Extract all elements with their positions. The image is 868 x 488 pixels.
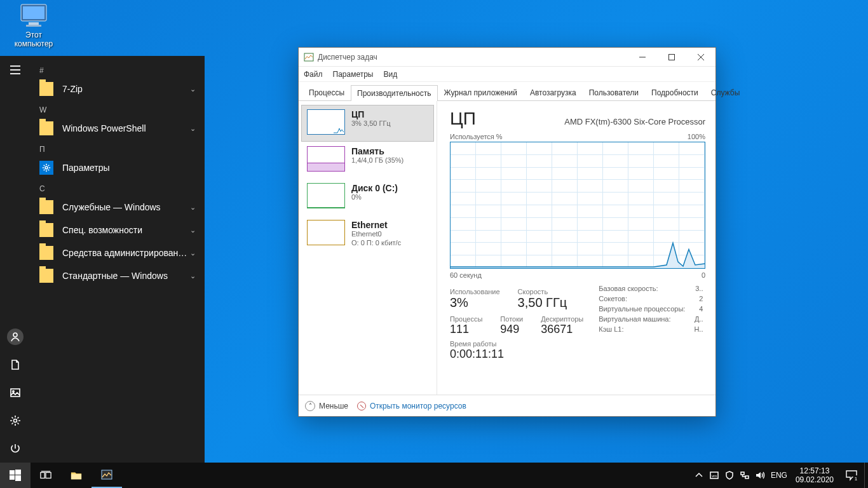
task-manager-window: Диспетчер задач Файл Параметры Вид Проце… xyxy=(298,47,716,417)
close-button[interactable] xyxy=(686,48,715,67)
start-button[interactable] xyxy=(0,463,31,488)
tray-date: 09.02.2020 xyxy=(796,475,834,484)
menu-file[interactable]: Файл xyxy=(304,70,323,79)
folder-icon xyxy=(39,121,53,135)
cpu-details-table: Базовая скорость:3..Сокетов:2Виртуальные… xyxy=(597,283,704,335)
start-hamburger-button[interactable] xyxy=(0,56,31,84)
tray-chevron-up-icon[interactable] xyxy=(691,463,707,488)
tab-2[interactable]: Журнал приложений xyxy=(438,85,524,100)
threads-value: 949 xyxy=(500,323,523,336)
fewer-details-button[interactable]: ˄ Меньше xyxy=(305,401,348,411)
svg-rect-18 xyxy=(15,470,21,475)
resource-monitor-icon xyxy=(357,402,366,410)
svg-rect-12 xyxy=(304,53,313,61)
folder-icon xyxy=(39,269,53,283)
menu-view[interactable]: Вид xyxy=(383,70,397,79)
start-app-item[interactable]: Стандартные — Windows⌄ xyxy=(31,264,205,287)
start-app-item[interactable]: Средства администрирования...⌄ xyxy=(31,241,205,264)
show-desktop-button[interactable] xyxy=(864,463,868,488)
perf-card-mem[interactable]: Память1,4/4,0 ГБ (35%) xyxy=(301,142,434,179)
start-account-button[interactable] xyxy=(0,323,31,351)
task-manager-footer: ˄ Меньше Открыть монитор ресурсов xyxy=(299,395,715,416)
taskbar-file-explorer[interactable] xyxy=(61,463,92,488)
svg-rect-14 xyxy=(669,54,675,60)
perf-heading: ЦП xyxy=(450,109,476,129)
perf-card-disk[interactable]: Диск 0 (C:)0% xyxy=(301,179,434,215)
action-center-button[interactable]: 1 xyxy=(839,470,864,481)
open-resource-monitor-link[interactable]: Открыть монитор ресурсов xyxy=(357,402,466,410)
start-app-label: Параметры xyxy=(62,163,196,173)
svg-text:1: 1 xyxy=(855,476,858,481)
handles-value: 36671 xyxy=(541,323,583,336)
start-app-list[interactable]: #7-Zip⌄WWindows PowerShell⌄ППараметрыССл… xyxy=(31,56,205,463)
tab-5[interactable]: Подробности xyxy=(645,85,705,100)
start-app-item[interactable]: Windows PowerShell⌄ xyxy=(31,117,205,140)
sparkline-mem xyxy=(307,146,345,172)
chevron-down-icon: ⌄ xyxy=(190,272,196,280)
graph-x-left: 60 секунд xyxy=(450,271,482,279)
sparkline-disk xyxy=(307,183,345,208)
start-pictures-button[interactable] xyxy=(0,379,31,407)
tray-network-icon[interactable] xyxy=(737,463,752,488)
start-group-header[interactable]: # xyxy=(31,61,205,78)
perf-card-cpu[interactable]: ЦП3% 3,50 ГГц xyxy=(301,105,434,142)
start-group-header[interactable]: W xyxy=(31,100,205,117)
start-app-label: Средства администрирования... xyxy=(62,248,190,258)
svg-point-7 xyxy=(13,333,17,337)
start-settings-button[interactable] xyxy=(0,407,31,435)
menu-options[interactable]: Параметры xyxy=(333,70,374,79)
tab-6[interactable]: Службы xyxy=(705,85,746,100)
tray-volume-icon[interactable] xyxy=(752,463,768,488)
desktop-icon-this-pc[interactable]: Этот компьютер xyxy=(10,3,58,49)
tab-4[interactable]: Пользователи xyxy=(583,85,645,100)
window-title: Диспетчер задач xyxy=(318,53,628,62)
user-avatar-icon xyxy=(7,329,24,345)
tab-3[interactable]: Автозагрузка xyxy=(524,85,583,100)
start-app-label: Служебные — Windows xyxy=(62,202,190,212)
chevron-down-icon: ⌄ xyxy=(190,226,196,234)
speed-label: Скорость xyxy=(518,288,567,295)
chevron-down-icon: ⌄ xyxy=(190,249,196,257)
start-app-label: Стандартные — Windows xyxy=(62,271,190,281)
svg-rect-20 xyxy=(15,475,21,481)
start-app-item[interactable]: Служебные — Windows⌄ xyxy=(31,196,205,219)
chevron-up-icon: ˄ xyxy=(305,401,315,411)
perf-card-net[interactable]: EthernetEthernet0О: 0 П: 0 кбит/с xyxy=(301,215,434,255)
task-view-button[interactable] xyxy=(31,463,61,488)
start-menu: #7-Zip⌄WWindows PowerShell⌄ППараметрыССл… xyxy=(0,56,205,463)
sparkline-net xyxy=(307,220,345,245)
start-app-item[interactable]: Параметры xyxy=(31,156,205,179)
menu-bar: Файл Параметры Вид xyxy=(299,67,715,82)
graph-y-label: Используется % xyxy=(450,133,503,140)
tray-vm-icon[interactable]: vm xyxy=(707,463,722,488)
start-group-header[interactable]: П xyxy=(31,140,205,156)
start-documents-button[interactable] xyxy=(0,351,31,379)
tray-security-icon[interactable] xyxy=(722,463,737,488)
handles-label: Дескрипторы xyxy=(541,315,583,323)
title-bar[interactable]: Диспетчер задач xyxy=(299,48,715,67)
minimize-button[interactable] xyxy=(628,48,657,67)
start-app-label: 7-Zip xyxy=(62,84,190,94)
cpu-usage-graph xyxy=(450,142,705,269)
chevron-down-icon: ⌄ xyxy=(190,203,196,212)
processes-label: Процессы xyxy=(450,315,482,323)
graph-y-max: 100% xyxy=(688,133,705,140)
svg-rect-28 xyxy=(741,472,744,475)
tray-clock[interactable]: 12:57:13 09.02.2020 xyxy=(790,466,839,485)
graph-x-right: 0 xyxy=(702,271,705,279)
processes-value: 111 xyxy=(450,323,482,336)
system-tray: vm ENG 12:57:13 09.02.2020 1 xyxy=(691,463,868,488)
tab-0[interactable]: Процессы xyxy=(302,85,351,100)
start-power-button[interactable] xyxy=(0,435,31,463)
start-group-header[interactable]: С xyxy=(31,179,205,196)
svg-point-10 xyxy=(14,419,17,423)
tray-language[interactable]: ENG xyxy=(768,463,790,488)
tab-strip: ПроцессыПроизводительностьЖурнал приложе… xyxy=(299,82,715,101)
tab-1[interactable]: Производительность xyxy=(351,85,437,101)
start-app-item[interactable]: Спец. возможности⌄ xyxy=(31,219,205,241)
taskbar-task-manager[interactable] xyxy=(92,463,122,488)
start-rail xyxy=(0,56,31,463)
folder-icon xyxy=(39,246,53,260)
maximize-button[interactable] xyxy=(657,48,686,67)
start-app-item[interactable]: 7-Zip⌄ xyxy=(31,78,205,100)
